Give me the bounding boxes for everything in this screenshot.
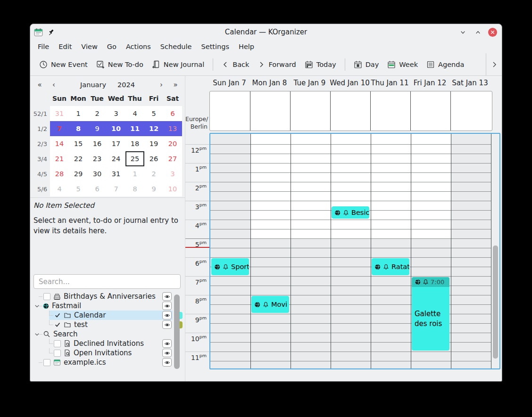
calendar-list-scrollbar[interactable] xyxy=(174,294,180,369)
agenda-button[interactable]: Agenda xyxy=(422,57,468,72)
mini-calendar-day-cell[interactable]: 13 xyxy=(163,121,182,136)
mini-calendar-day-cell[interactable]: 14 xyxy=(50,136,69,151)
mini-calendar-day-cell[interactable]: 18 xyxy=(125,136,144,151)
day-header[interactable]: Tue Jan 9 xyxy=(290,78,330,87)
week-number[interactable]: 4/5 xyxy=(30,171,50,178)
next-year-button[interactable]: » xyxy=(168,81,183,89)
calendar-label[interactable]: Open Invitations xyxy=(74,349,132,357)
chevron-down-icon[interactable] xyxy=(34,331,40,337)
week-number[interactable]: 52/1 xyxy=(30,110,50,117)
checkbox-checked[interactable] xyxy=(54,321,61,328)
month-button[interactable]: January xyxy=(75,81,112,89)
mini-calendar-day-cell[interactable]: 2 xyxy=(88,106,107,121)
calendar-list-item-calendar[interactable]: Calendar xyxy=(30,311,185,320)
menu-file[interactable]: File xyxy=(33,41,54,52)
mini-calendar-day-cell[interactable]: 4 xyxy=(50,181,69,196)
previous-month-button[interactable]: ‹ xyxy=(47,81,61,89)
calendar-label[interactable]: Declined Invitations xyxy=(74,339,144,348)
menu-schedule[interactable]: Schedule xyxy=(156,41,197,52)
checkbox-unchecked[interactable] xyxy=(54,350,61,357)
mini-calendar-day-cell[interactable]: 7 xyxy=(107,181,125,196)
mini-calendar-day-cell[interactable]: 3 xyxy=(163,166,182,181)
week-number[interactable]: 5/6 xyxy=(30,186,50,193)
calendar-list-item-open-invitations[interactable]: Open Invitations xyxy=(30,348,185,358)
calendar-list-item-example-ics[interactable]: example.ics xyxy=(30,358,185,367)
mini-calendar-day-cell[interactable]: 15 xyxy=(69,136,88,151)
chevron-down-icon[interactable] xyxy=(34,303,40,309)
mini-calendar-day-cell[interactable]: 26 xyxy=(144,151,163,166)
mini-calendar-day-cell[interactable]: 28 xyxy=(50,166,69,181)
calendar-list-item-search[interactable]: Search xyxy=(30,329,185,339)
calendar-list-item-declined-invitations[interactable]: Declined Invitations xyxy=(30,339,185,348)
mini-calendar-day-cell[interactable]: 3 xyxy=(107,106,125,121)
week-button[interactable]: Week xyxy=(383,57,422,72)
toolbar-overflow-button[interactable] xyxy=(486,53,502,75)
mini-calendar-day-cell[interactable]: 22 xyxy=(69,151,88,166)
calendar-label[interactable]: Search xyxy=(53,330,78,338)
mini-calendar-day-cell[interactable]: 24 xyxy=(107,151,125,166)
menu-edit[interactable]: Edit xyxy=(54,41,76,52)
back-button[interactable]: Back xyxy=(217,57,253,72)
calendar-list-item-fastmail[interactable]: Fastmail xyxy=(30,301,185,311)
week-number[interactable]: 3/4 xyxy=(30,155,50,163)
mini-calendar-day-cell[interactable]: 11 xyxy=(125,121,144,136)
new-journal-button[interactable]: New Journal xyxy=(148,57,208,72)
mini-calendar-day-cell[interactable]: 31 xyxy=(50,106,69,121)
forward-button[interactable]: Forward xyxy=(253,57,300,72)
mini-calendar-day-cell[interactable]: 8 xyxy=(69,121,88,136)
mini-calendar-day-cell[interactable]: 1 xyxy=(125,166,144,181)
mini-calendar-day-cell[interactable]: 2 xyxy=(144,166,163,181)
checkbox-checked[interactable] xyxy=(54,312,61,319)
day-header[interactable]: Fri Jan 12 xyxy=(410,78,450,87)
calendar-label[interactable]: Calendar xyxy=(74,311,106,319)
mini-calendar-day-cell[interactable]: 17 xyxy=(107,136,125,151)
mini-calendar-day-cell[interactable]: 27 xyxy=(163,151,182,166)
calendar-label[interactable]: Fastmail xyxy=(52,302,81,310)
mini-calendar-day-cell[interactable]: 10 xyxy=(107,121,125,136)
checkbox-unchecked[interactable] xyxy=(43,359,50,366)
menu-view[interactable]: View xyxy=(76,41,102,52)
visibility-eye-icon[interactable] xyxy=(162,339,172,348)
week-number[interactable]: 1/2 xyxy=(30,125,50,132)
visibility-eye-icon[interactable] xyxy=(162,349,172,357)
all-day-area[interactable] xyxy=(209,91,492,131)
calendar-list-item-test[interactable]: test xyxy=(30,320,185,329)
mini-calendar-day-cell[interactable]: 23 xyxy=(88,151,107,166)
event-ratat[interactable]: Ratat xyxy=(372,258,409,275)
mini-calendar-day-cell[interactable]: 1 xyxy=(69,106,88,121)
mini-calendar-day-cell[interactable]: 7 xyxy=(50,121,69,136)
previous-year-button[interactable]: « xyxy=(33,81,47,89)
new-event-button[interactable]: New Event xyxy=(35,57,92,72)
visibility-eye-icon[interactable] xyxy=(162,292,172,301)
mini-calendar-day-cell[interactable]: 4 xyxy=(125,106,144,121)
menu-actions[interactable]: Actions xyxy=(121,41,156,52)
maximize-button[interactable] xyxy=(473,27,482,37)
checkbox-unchecked[interactable] xyxy=(43,293,50,300)
calendar-list-item-birthdays-anniversaries[interactable]: Birthdays & Anniversaries xyxy=(30,292,185,301)
mini-calendar-day-cell[interactable]: 6 xyxy=(88,181,107,196)
next-month-button[interactable]: › xyxy=(154,81,168,89)
mini-calendar-day-cell[interactable]: 5 xyxy=(69,181,88,196)
new-to-do-button[interactable]: New To-do xyxy=(92,57,148,72)
year-button[interactable]: 2024 xyxy=(112,81,141,89)
checkbox-unchecked[interactable] xyxy=(54,340,61,347)
mini-calendar-day-cell[interactable]: 9 xyxy=(144,181,163,196)
mini-calendar-day-cell[interactable]: 20 xyxy=(163,136,182,151)
calendar-label[interactable]: test xyxy=(74,320,88,329)
visibility-eye-icon[interactable] xyxy=(162,358,172,367)
visibility-eye-icon[interactable] xyxy=(162,320,172,329)
mini-calendar-day-cell[interactable]: 31 xyxy=(107,166,125,181)
title-bar[interactable]: Calendar — KOrganizer xyxy=(30,24,502,40)
search-input[interactable]: Search... xyxy=(33,274,181,289)
mini-calendar-day-cell[interactable]: 8 xyxy=(125,181,144,196)
visibility-eye-icon[interactable] xyxy=(162,302,172,310)
day-button[interactable]: Day xyxy=(349,57,383,72)
mini-calendar-day-cell[interactable]: 5 xyxy=(144,106,163,121)
mini-calendar-day-cell[interactable]: 6 xyxy=(163,106,182,121)
event-besic[interactable]: Besic xyxy=(332,206,369,219)
day-header[interactable]: Thu Jan 11 xyxy=(370,78,410,87)
event-galette-des-rois[interactable]: 7:00Galette des rois xyxy=(412,277,449,351)
menu-help[interactable]: Help xyxy=(234,41,259,52)
agenda-scrollbar-thumb[interactable] xyxy=(493,245,498,359)
calendar-label[interactable]: example.ics xyxy=(64,358,106,367)
